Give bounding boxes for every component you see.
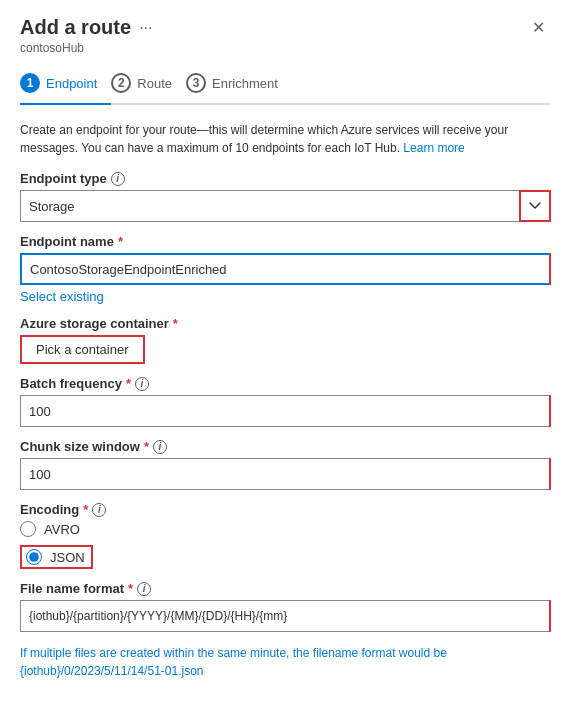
endpoint-type-label: Endpoint type i [20,171,551,186]
chunk-size-input-wrapper [20,458,551,490]
chunk-size-required: * [144,439,149,454]
batch-frequency-required: * [126,376,131,391]
info-text: Create an endpoint for your route—this w… [20,121,551,157]
panel-subtitle: contosoHub [20,41,551,55]
encoding-json-radio[interactable] [26,549,42,565]
panel-header: Add a route ··· ✕ [20,16,551,39]
batch-frequency-input[interactable] [20,395,551,427]
panel-title: Add a route [20,16,131,39]
select-existing-link[interactable]: Select existing [20,289,104,304]
file-name-format-label: File name format * i [20,581,551,596]
azure-storage-container-group: Azure storage container * Pick a contain… [20,316,551,364]
container-required: * [173,316,178,331]
learn-more-link[interactable]: Learn more [403,141,464,155]
add-route-panel: Add a route ··· ✕ contosoHub 1 Endpoint … [0,0,571,721]
step-1-label: Endpoint [46,76,97,91]
file-name-format-group: File name format * i [20,581,551,632]
close-button[interactable]: ✕ [526,16,551,39]
step-2-label: Route [137,76,172,91]
azure-storage-container-label: Azure storage container * [20,316,551,331]
chunk-size-window-label: Chunk size window * i [20,439,551,454]
encoding-required: * [83,502,88,517]
encoding-avro-label: AVRO [44,522,80,537]
endpoint-type-select-wrapper: Storage Event Hubs Service Bus Queue Ser… [20,190,551,222]
endpoint-name-input[interactable] [20,253,551,285]
endpoint-name-label: Endpoint name * [20,234,551,249]
step-enrichment[interactable]: 3 Enrichment [186,65,292,103]
chunk-size-info-icon[interactable]: i [153,440,167,454]
encoding-radio-group: AVRO JSON [20,521,551,569]
endpoint-type-select[interactable]: Storage Event Hubs Service Bus Queue Ser… [20,190,551,222]
step-3-label: Enrichment [212,76,278,91]
endpoint-name-group: Endpoint name * Select existing [20,234,551,304]
step-3-circle: 3 [186,73,206,93]
encoding-avro-radio[interactable] [20,521,36,537]
file-name-format-input[interactable] [20,600,551,632]
chunk-size-window-group: Chunk size window * i [20,439,551,490]
step-2-circle: 2 [111,73,131,93]
encoding-json-label: JSON [50,550,85,565]
endpoint-name-required: * [118,234,123,249]
file-name-info-icon[interactable]: i [137,582,151,596]
file-name-required: * [128,581,133,596]
encoding-label: Encoding * i [20,502,551,517]
steps-row: 1 Endpoint 2 Route 3 Enrichment [20,65,551,105]
step-1-circle: 1 [20,73,40,93]
chunk-size-input[interactable] [20,458,551,490]
encoding-info-icon[interactable]: i [92,503,106,517]
batch-frequency-input-wrapper [20,395,551,427]
endpoint-type-info-icon[interactable]: i [111,172,125,186]
endpoint-name-input-wrapper [20,253,551,285]
chevron-down-icon [529,202,541,210]
batch-frequency-group: Batch frequency * i [20,376,551,427]
endpoint-type-dropdown-arrow[interactable] [519,190,551,222]
batch-frequency-info-icon[interactable]: i [135,377,149,391]
pick-container-button[interactable]: Pick a container [20,335,145,364]
encoding-avro-option[interactable]: AVRO [20,521,551,537]
batch-frequency-label: Batch frequency * i [20,376,551,391]
encoding-json-option[interactable]: JSON [20,545,93,569]
encoding-group: Encoding * i AVRO JSON [20,502,551,569]
endpoint-type-group: Endpoint type i Storage Event Hubs Servi… [20,171,551,222]
step-endpoint[interactable]: 1 Endpoint [20,65,111,105]
step-route[interactable]: 2 Route [111,65,186,103]
bottom-note-example: {iothub}/0/2023/5/11/14/51-01.json [20,664,204,678]
file-name-format-input-wrapper [20,600,551,632]
bottom-note: If multiple files are created within the… [20,644,551,680]
panel-ellipsis-menu[interactable]: ··· [139,19,152,37]
title-row: Add a route ··· [20,16,152,39]
